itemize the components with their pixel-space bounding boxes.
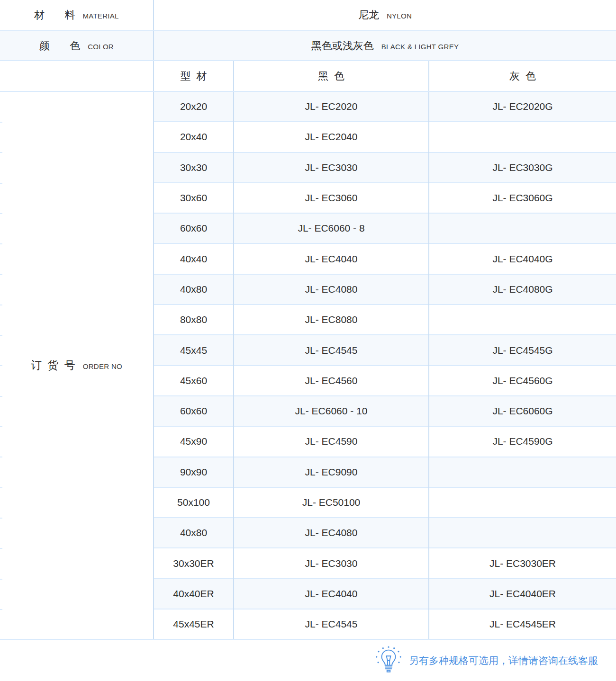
product-spec-page: 材 料MATERIAL 尼龙NYLON 颜 色COLOR 黑色或浅灰色BLACK… (0, 0, 616, 681)
material-label-cn: 材 料 (34, 9, 75, 21)
column-header-row: 型 材 黑 色 灰 色 (0, 61, 616, 91)
profile-cell: 40x80 (154, 518, 234, 548)
profile-cell: 45x60 (154, 366, 234, 396)
color-label-en: COLOR (88, 43, 114, 51)
order-no-label-cn: 订 货 号 (31, 359, 75, 371)
grey-code-cell (429, 518, 616, 548)
profile-cell: 90x90 (154, 457, 234, 487)
grey-code-cell: JL- EC4545ER (429, 609, 616, 639)
material-value-cell: 尼龙NYLON (154, 0, 616, 31)
black-code-cell: JL- EC3030 (234, 548, 429, 578)
black-code-cell: JL- EC6060 - 10 (234, 396, 429, 426)
header-profile: 型 材 (154, 61, 234, 91)
black-code-cell: JL- EC6060 - 8 (234, 213, 429, 243)
material-value-cn: 尼龙 (358, 9, 379, 21)
profile-cell: 60x60 (154, 213, 234, 243)
grey-code-cell: JL- EC4080G (429, 274, 616, 305)
black-code-cell: JL- EC9090 (234, 457, 429, 487)
grey-code-cell: JL- EC4590G (429, 426, 616, 457)
black-code-cell: JL- EC3030 (234, 152, 429, 183)
grey-code-cell (429, 122, 616, 152)
grey-code-cell: JL- EC3030ER (429, 548, 616, 578)
black-code-cell: JL- EC4080 (234, 518, 429, 548)
header-spacer-cell (0, 61, 154, 91)
color-value-cn: 黑色或浅灰色 (311, 40, 374, 52)
black-code-cell: JL- EC4080 (234, 274, 429, 305)
material-label-cell: 材 料MATERIAL (0, 0, 154, 31)
grey-code-cell: JL- EC4560G (429, 366, 616, 396)
black-code-cell: JL- EC2020 (234, 91, 429, 122)
profile-cell: 45x45 (154, 335, 234, 365)
header-profile-label: 型 材 (180, 70, 207, 82)
black-code-cell: JL- EC4040 (234, 243, 429, 274)
spec-table: 材 料MATERIAL 尼龙NYLON 颜 色COLOR 黑色或浅灰色BLACK… (0, 0, 616, 640)
profile-cell: 30x60 (154, 183, 234, 213)
more-specs-note: 另有多种规格可选用，详情请咨询在线客服 (0, 640, 616, 681)
color-value-cell: 黑色或浅灰色BLACK & LIGHT GREY (154, 31, 616, 61)
profile-cell: 30x30 (154, 152, 234, 183)
material-value-en: NYLON (387, 12, 412, 20)
profile-cell: 50x100 (154, 487, 234, 518)
grey-code-cell (429, 213, 616, 243)
header-grey: 灰 色 (429, 61, 616, 91)
material-row: 材 料MATERIAL 尼龙NYLON (0, 0, 616, 31)
grey-code-cell: JL- EC4040G (429, 243, 616, 274)
profile-cell: 40x40 (154, 243, 234, 274)
black-code-cell: JL- EC4545 (234, 335, 429, 365)
color-value-en: BLACK & LIGHT GREY (381, 43, 459, 51)
color-label-cell: 颜 色COLOR (0, 31, 154, 61)
profile-cell: 45x45ER (154, 609, 234, 639)
black-code-cell: JL- EC4545 (234, 609, 429, 639)
profile-cell: 20x40 (154, 122, 234, 152)
black-code-cell: JL- EC50100 (234, 487, 429, 518)
grey-code-cell: JL- EC6060G (429, 396, 616, 426)
black-code-cell: JL- EC8080 (234, 305, 429, 335)
lightbulb-icon (375, 646, 402, 675)
header-grey-label: 灰 色 (509, 70, 536, 82)
header-black: 黑 色 (234, 61, 429, 91)
grey-code-cell (429, 305, 616, 335)
color-label-cn: 颜 色 (39, 40, 80, 52)
grey-code-cell (429, 457, 616, 487)
header-black-label: 黑 色 (318, 70, 344, 82)
profile-cell: 40x40ER (154, 579, 234, 609)
grey-code-cell: JL- EC4040ER (429, 579, 616, 609)
order-no-cell: 订 货 号ORDER NO (0, 91, 154, 639)
profile-cell: 80x80 (154, 305, 234, 335)
table-row: 订 货 号ORDER NO20x20JL- EC2020JL- EC2020G (0, 91, 616, 122)
profile-cell: 20x20 (154, 91, 234, 122)
grey-code-cell: JL- EC2020G (429, 91, 616, 122)
order-table-body: 订 货 号ORDER NO20x20JL- EC2020JL- EC2020G2… (0, 91, 616, 639)
more-specs-note-text: 另有多种规格可选用，详情请咨询在线客服 (409, 654, 598, 667)
color-row: 颜 色COLOR 黑色或浅灰色BLACK & LIGHT GREY (0, 31, 616, 61)
order-no-label-en: ORDER NO (83, 362, 122, 370)
material-label-en: MATERIAL (82, 12, 118, 20)
profile-cell: 30x30ER (154, 548, 234, 578)
profile-cell: 45x90 (154, 426, 234, 457)
grey-code-cell: JL- EC4545G (429, 335, 616, 365)
profile-cell: 40x80 (154, 274, 234, 305)
black-code-cell: JL- EC3060 (234, 183, 429, 213)
black-code-cell: JL- EC4560 (234, 366, 429, 396)
black-code-cell: JL- EC2040 (234, 122, 429, 152)
grey-code-cell: JL- EC3060G (429, 183, 616, 213)
black-code-cell: JL- EC4590 (234, 426, 429, 457)
profile-cell: 60x60 (154, 396, 234, 426)
grey-code-cell: JL- EC3030G (429, 152, 616, 183)
black-code-cell: JL- EC4040 (234, 579, 429, 609)
grey-code-cell (429, 487, 616, 518)
